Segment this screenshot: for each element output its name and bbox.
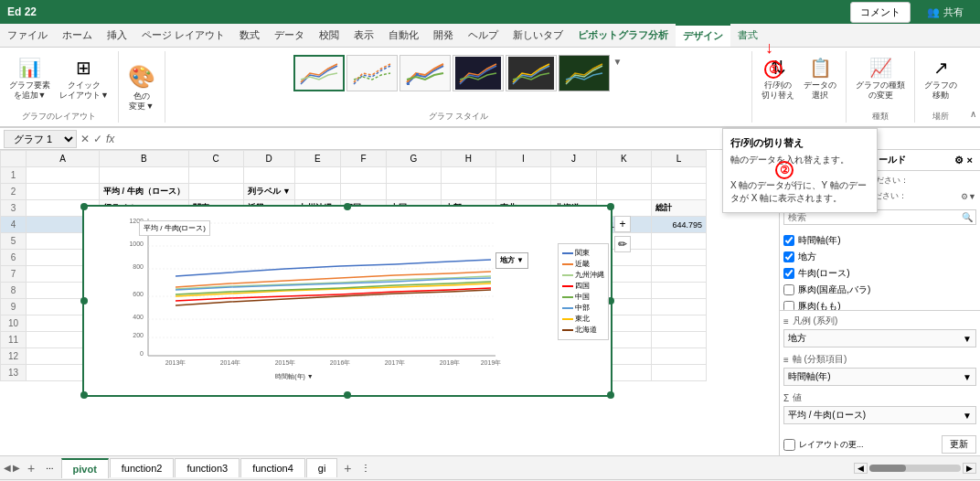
tab-formula[interactable]: 数式 [232, 25, 267, 46]
chart-handle-bm[interactable] [344, 391, 351, 399]
field-checkbox-gyuniku[interactable] [783, 268, 794, 279]
panel-close-button[interactable]: × [967, 155, 973, 166]
col-header-l[interactable]: L [651, 151, 706, 167]
tab-insert[interactable]: 挿入 [100, 25, 134, 46]
share-button[interactable]: 👥 共有 [918, 3, 973, 22]
legend-color-kyushu [562, 274, 573, 276]
field-checkbox-chiho[interactable] [783, 251, 794, 262]
change-color-button[interactable]: 🎨 色の変更▼ [124, 62, 159, 113]
name-box[interactable]: グラフ 1 [4, 130, 77, 148]
tab-pivot-analysis[interactable]: ピボットグラフ分析 [570, 25, 676, 46]
update-button[interactable]: 更新 [942, 435, 976, 454]
tab-home[interactable]: ホーム [55, 25, 100, 46]
sheet-tab-function2[interactable]: function2 [110, 458, 175, 477]
axis-zone-icon: ≡ [783, 355, 789, 365]
tab-design[interactable]: デザイン [676, 24, 730, 47]
field-checkbox-butaniku-momo[interactable] [783, 301, 794, 310]
confirm-formula-icon[interactable]: ✓ [93, 133, 102, 145]
tab-file[interactable]: ファイル [0, 25, 55, 46]
col-header-f[interactable]: F [340, 151, 386, 167]
zone-values: Σ 値 平均 / 牛肉(ロース) ▼ [783, 391, 976, 424]
scroll-track[interactable] [869, 465, 961, 472]
tab-dev[interactable]: 開発 [426, 25, 461, 46]
col-header-c[interactable]: C [188, 151, 243, 167]
tab-prev-button[interactable]: ◀ [4, 461, 11, 476]
quick-layout-button[interactable]: ⊞ クイックレイアウト▼ [56, 55, 112, 102]
sheet-tab-function4[interactable]: function4 [240, 458, 305, 477]
sheet-tab-pivot[interactable]: pivot [61, 458, 109, 478]
tab-review[interactable]: 校閲 [312, 25, 346, 46]
sheet-tab-function3[interactable]: function3 [175, 458, 240, 477]
col-header-k[interactable]: K [596, 151, 651, 167]
more-sheets-button[interactable]: ... [42, 461, 57, 476]
move-chart-button[interactable]: ↗ グラフの移動 [921, 55, 961, 102]
layout-update-checkbox[interactable] [783, 439, 795, 451]
change-chart-type-button[interactable]: 📈 グラフの種類の変更 [852, 55, 909, 102]
add-sheet-inline-button[interactable]: + [338, 461, 357, 476]
svg-text:200: 200 [133, 332, 144, 338]
tab-view[interactable]: 表示 [346, 25, 381, 46]
col-header-d[interactable]: D [243, 151, 294, 167]
search-icon: 🔍 [962, 212, 973, 222]
col-header-e[interactable]: E [294, 151, 340, 167]
values-dropdown-icon[interactable]: ▼ [963, 411, 972, 421]
chart-handle-br[interactable] [607, 391, 614, 399]
chart-handle-tr[interactable] [607, 203, 614, 210]
chart-style-3[interactable] [399, 55, 451, 91]
legend-zone-box[interactable]: 地方 ▼ [783, 329, 976, 347]
cancel-formula-icon[interactable]: ✕ [80, 133, 90, 145]
chart-handle-tm[interactable] [344, 203, 351, 210]
tab-data[interactable]: データ [267, 25, 312, 46]
tab-help[interactable]: ヘルプ [461, 25, 506, 46]
select-data-button[interactable]: 📋 データの選択 [800, 55, 840, 102]
row-col-swap-popup: 行/列の切り替え 軸のデータを入れ替えます。 X 軸のデータが行に、Y 軸のデー… [722, 128, 878, 213]
chart-style-6[interactable] [559, 55, 610, 91]
chart-style-edit-button[interactable]: ✏ [614, 236, 631, 252]
chart-style-scroll-down[interactable]: ▼ [612, 55, 624, 91]
chart-handle-bl[interactable] [80, 391, 88, 399]
chart-style-1[interactable] [293, 55, 345, 91]
values-zone-box[interactable]: 平均 / 牛肉(ロース) ▼ [783, 406, 976, 424]
col-header-a[interactable]: A [27, 151, 100, 167]
scroll-left-button[interactable]: ◀ [854, 463, 868, 474]
settings-gear-icon[interactable]: ⚙▼ [961, 192, 976, 201]
legend-item-tohoku: 東北 [562, 314, 604, 324]
svg-text:2019年: 2019年 [481, 359, 502, 366]
panel-settings-icon[interactable]: ⚙ [954, 155, 964, 166]
tab-page-layout[interactable]: ページ レイアウト [134, 25, 232, 46]
tab-format[interactable]: 書式 [730, 25, 765, 46]
col-header-h[interactable]: H [441, 151, 495, 167]
col-header-j[interactable]: J [550, 151, 596, 167]
col-header-g[interactable]: G [386, 151, 441, 167]
axis-dropdown-icon[interactable]: ▼ [963, 372, 972, 382]
field-checkbox-butaniku-bara[interactable] [783, 284, 794, 295]
add-sheet-button[interactable]: + [22, 461, 40, 476]
col-header-i[interactable]: I [495, 151, 550, 167]
location-filter-label[interactable]: 地方 ▼ [495, 252, 528, 269]
chart-handle-tl[interactable] [80, 203, 88, 210]
field-item-jikanjiku: 時間軸(年) [783, 232, 976, 249]
more-options-button[interactable]: ⋮ [357, 463, 374, 473]
chart-style-4[interactable] [453, 55, 504, 91]
chart-style-2[interactable] [346, 55, 398, 91]
sheet-tab-gi[interactable]: gi [306, 458, 338, 477]
add-chart-element-button[interactable]: 📊 グラフ要素を追加▼ [5, 55, 54, 102]
chart-tooltip: 平均 / 牛肉(ロース) [139, 220, 210, 236]
chart-area[interactable]: + ✏ 平均 / 牛肉(ロース) 地方 ▼ 関東 近畿 [82, 205, 612, 397]
chart-add-button[interactable]: + [614, 216, 631, 232]
tab-new[interactable]: 新しいタブ [506, 25, 570, 46]
tab-next-button[interactable]: ▶ [13, 461, 20, 476]
ribbon-collapse[interactable]: ∧ [966, 105, 980, 123]
chart-handle-ml[interactable] [80, 297, 88, 305]
field-checkbox-jikanjiku[interactable] [783, 235, 794, 246]
axis-zone-box[interactable]: 時間軸(年) ▼ [783, 368, 976, 386]
svg-text:時間軸(年) ▼: 時間軸(年) ▼ [275, 373, 314, 380]
scroll-right-button[interactable]: ▶ [963, 463, 976, 474]
ribbon-tab-bar: ファイル ホーム 挿入 ページ レイアウト 数式 データ 校閲 表示 自動化 開… [0, 24, 980, 48]
chart-style-5[interactable] [506, 55, 557, 91]
col-header-b[interactable]: B [100, 151, 189, 167]
tab-automate[interactable]: 自動化 [381, 25, 426, 46]
legend-dropdown-icon[interactable]: ▼ [963, 334, 972, 344]
scroll-thumb[interactable] [869, 465, 906, 472]
comment-button[interactable]: コメント [850, 2, 911, 23]
